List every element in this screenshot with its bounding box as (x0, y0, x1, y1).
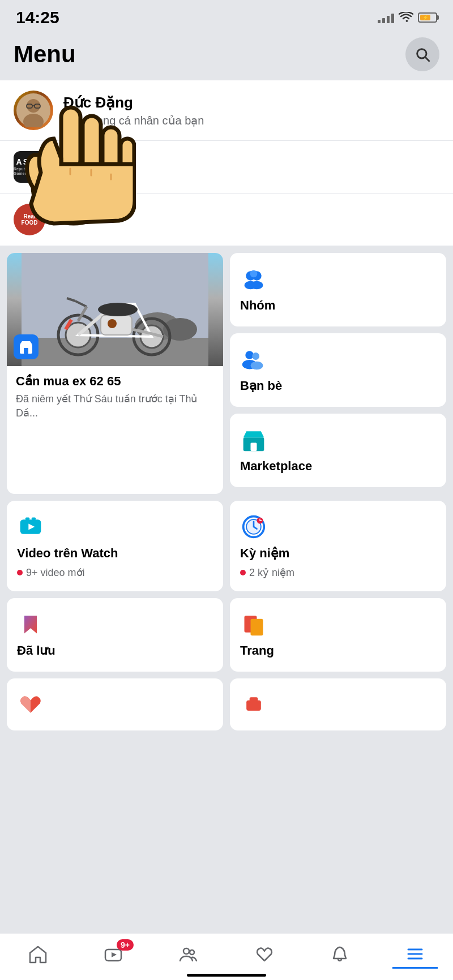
kyniem-card[interactable]: Kỳ niệm 2 kỷ niệm (230, 501, 446, 591)
extra-card[interactable] (7, 678, 223, 730)
signal-icon (378, 12, 394, 23)
wifi-icon (399, 12, 413, 23)
nav-menu[interactable] (392, 940, 438, 969)
nav-dating[interactable] (242, 940, 287, 969)
svg-line-1 (425, 57, 429, 61)
nav-friends[interactable] (166, 940, 211, 969)
watch-label: Video trên Watch (17, 546, 213, 561)
avatar (14, 91, 53, 130)
battery-icon: ⚡ (418, 12, 437, 23)
bottom-nav: 9+ (0, 933, 453, 980)
home-indicator (187, 974, 266, 977)
nhom-card[interactable]: Nhóm (230, 253, 446, 326)
watch-nav-badge: 9+ (117, 939, 134, 951)
groups-icon (240, 265, 267, 293)
friends-nav-icon (179, 945, 198, 964)
svg-rect-47 (251, 443, 257, 452)
listing-image (7, 253, 223, 366)
realfood-logo: RealFOOD (14, 204, 45, 235)
search-button[interactable] (405, 37, 439, 71)
profile-row[interactable]: Đức Đặng Xem trang cá nhân của bạn (0, 80, 453, 141)
svg-point-43 (252, 353, 259, 360)
home-nav-icon (28, 945, 48, 964)
shortcut-realfood[interactable]: RealFOOD Store (0, 194, 453, 246)
bottom-grid: Video trên Watch 9+ video mới Kỳ niệm (0, 501, 453, 737)
shortcut-store-label: Store (55, 212, 90, 227)
status-icons: ⚡ (378, 12, 437, 23)
watch-card[interactable]: Video trên Watch 9+ video mới (7, 501, 223, 591)
watch-icon (17, 513, 44, 540)
profile-subtitle: Xem trang cá nhân của bạn (63, 114, 204, 127)
profile-info: Đức Đặng Xem trang cá nhân của bạn (63, 94, 204, 127)
listing-content: Cần mua ex 62 65 Đã niêm yết Thứ Sáu tuầ… (7, 366, 223, 494)
nav-watch[interactable]: 9+ (91, 940, 136, 969)
nav-notifications[interactable] (317, 940, 362, 969)
search-icon (414, 46, 430, 62)
trang-label: Trang (240, 643, 436, 658)
saved-icon (17, 611, 44, 638)
nav-home[interactable] (15, 940, 61, 969)
asus-logo: ASUS Republic of Gamers (14, 151, 45, 183)
watch-red-dot (17, 570, 23, 575)
marketplace-badge (14, 334, 39, 359)
status-bar: 14:25 ⚡ (0, 0, 453, 32)
trang-card[interactable]: Trang (230, 598, 446, 672)
svg-rect-51 (32, 518, 36, 521)
svg-point-62 (190, 950, 194, 955)
kyniem-label: Kỳ niệm (240, 546, 436, 561)
page-title: Menu (14, 41, 76, 68)
listing-title: Cần mua ex 62 65 (16, 374, 214, 389)
shortcut-asus[interactable]: ASUS Republic of Gamers ASUS (0, 141, 453, 194)
svg-point-29 (98, 303, 138, 316)
svg-point-34 (108, 319, 117, 328)
svg-marker-60 (112, 952, 117, 957)
memories-icon (240, 513, 267, 540)
kyniem-badge: 2 kỷ niệm (240, 566, 436, 579)
listing-subtitle: Đã niêm yết Thứ Sáu tuần trước tại Thủ D… (16, 392, 214, 420)
profile-name: Đức Đặng (63, 94, 204, 111)
svg-rect-19 (22, 338, 208, 366)
header: Menu (0, 32, 453, 80)
svg-rect-36 (24, 348, 28, 354)
svg-point-61 (183, 948, 189, 954)
friends-icon (240, 346, 267, 373)
extra-icon (240, 691, 267, 718)
extra-card-2[interactable] (230, 678, 446, 730)
avatar-image (14, 91, 53, 130)
svg-rect-58 (250, 697, 258, 702)
main-grid: Cần mua ex 62 65 Đã niêm yết Thứ Sáu tuầ… (0, 246, 453, 501)
banbe-label: Bạn bè (240, 379, 436, 393)
svg-rect-56 (251, 619, 263, 635)
status-time: 14:25 (16, 8, 59, 27)
battery-bolt: ⚡ (422, 15, 429, 20)
pages-icon (240, 611, 267, 638)
shortcut-asus-label: ASUS (55, 159, 93, 175)
listing-card[interactable]: Cần mua ex 62 65 Đã niêm yết Thứ Sáu tuầ… (7, 253, 223, 494)
svg-point-41 (250, 270, 258, 277)
svg-rect-50 (25, 518, 29, 521)
marketplace-label: Marketplace (240, 459, 436, 474)
watch-badge: 9+ video mới (17, 566, 213, 579)
svg-point-40 (251, 281, 263, 290)
nhom-label: Nhóm (240, 298, 436, 313)
daluu-label: Đã lưu (17, 643, 213, 658)
heart-icon (17, 691, 44, 718)
marketplace-card[interactable]: Marketplace (230, 414, 446, 487)
banbe-card[interactable]: Bạn bè (230, 333, 446, 407)
marketplace-icon (240, 426, 267, 453)
dating-nav-icon (255, 945, 274, 964)
daluu-card[interactable]: Đã lưu (7, 598, 223, 672)
bell-nav-icon (330, 945, 349, 964)
kyniem-red-dot (240, 570, 246, 575)
menu-nav-icon (405, 944, 425, 964)
svg-point-45 (251, 362, 263, 370)
